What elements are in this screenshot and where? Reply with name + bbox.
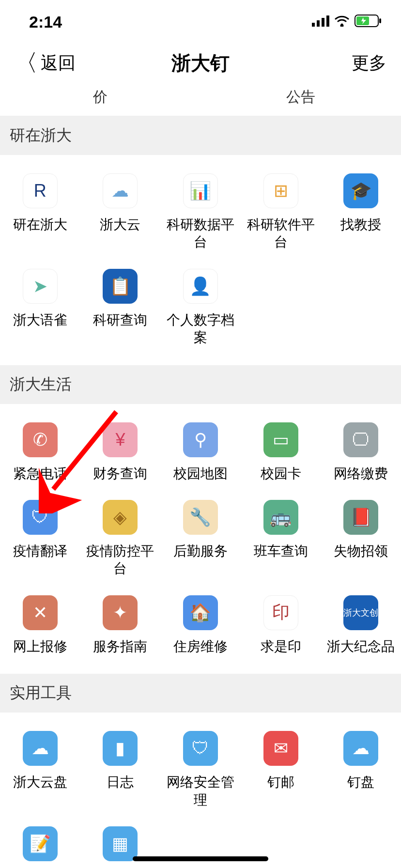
zju-cloud-icon: ☁ (103, 173, 138, 208)
app-item[interactable]: ⚲校园地图 (160, 414, 241, 491)
app-grid: R研在浙大☁浙大云📊科研数据平台⊞科研软件平台🎓找教授➤浙大语雀📋科研查询👤个人… (0, 155, 401, 365)
app-item[interactable]: ⊞科研软件平台 (241, 165, 321, 260)
app-item[interactable]: 🎓找教授 (321, 165, 401, 260)
app-item[interactable]: 🛡疫情翻译 (0, 491, 80, 587)
app-label: 失物招领 (334, 542, 388, 560)
nav-header: 〈 返回 浙大钉 更多 (0, 44, 401, 82)
app-test-icon: ▦ (103, 826, 138, 861)
app-item[interactable]: ✕网上报修 (0, 587, 80, 664)
app-label: 网络缴费 (334, 465, 388, 482)
network-fee-icon: 🖵 (343, 422, 378, 457)
app-item[interactable]: 👤个人数字档案 (160, 260, 241, 356)
app-label: 后勤服务 (173, 542, 228, 560)
logistics-icon: 🔧 (183, 500, 218, 535)
app-label: 紧急电话 (13, 465, 67, 482)
app-item[interactable]: 📝填表助手 (0, 818, 80, 868)
svg-rect-3 (326, 16, 329, 27)
qiushi-seal-icon: 印 (263, 595, 298, 630)
app-item[interactable]: ▮日志 (80, 722, 161, 818)
epidemic-translate-icon: 🛡 (23, 500, 58, 535)
app-item[interactable]: ▭校园卡 (241, 414, 321, 491)
back-button[interactable]: 〈 返回 (15, 51, 76, 75)
app-item[interactable]: ➤浙大语雀 (0, 260, 80, 356)
campus-card-icon: ▭ (263, 422, 298, 457)
app-label: 服务指南 (93, 638, 147, 655)
app-item[interactable]: ☁浙大云 (80, 165, 161, 260)
signal-icon (312, 15, 329, 29)
section-header: 研在浙大 (0, 116, 401, 155)
app-item[interactable]: 浙大文创浙大纪念品 (321, 587, 401, 664)
status-indicators (312, 15, 382, 29)
tab-announcement[interactable]: 公告 (200, 87, 401, 107)
form-assistant-icon: 📝 (23, 826, 58, 861)
ding-disk-icon: ☁ (343, 731, 378, 766)
journal-icon: ▮ (103, 731, 138, 766)
app-item[interactable]: 📊科研数据平台 (160, 165, 241, 260)
svg-rect-1 (317, 20, 320, 27)
app-item[interactable]: 🚌班车查询 (241, 491, 321, 587)
souvenir-icon: 浙大文创 (343, 595, 378, 630)
app-label: 研在浙大 (13, 216, 67, 233)
tabs: 价 公告 (0, 82, 401, 116)
app-item[interactable]: 📋科研查询 (80, 260, 161, 356)
research-zju-icon: R (23, 173, 58, 208)
app-item[interactable]: 🖵网络缴费 (321, 414, 401, 491)
campus-map-icon: ⚲ (183, 422, 218, 457)
online-repair-icon: ✕ (23, 595, 58, 630)
page-title: 浙大钉 (171, 50, 230, 77)
battery-icon (355, 15, 382, 29)
app-label: 校园卡 (261, 465, 301, 482)
chevron-left-icon: 〈 (15, 51, 38, 75)
app-item[interactable]: 🔧后勤服务 (160, 491, 241, 587)
section-header: 浙大生活 (0, 365, 401, 404)
finance-query-icon: ¥ (103, 422, 138, 457)
app-label: 财务查询 (93, 465, 147, 482)
research-software-icon: ⊞ (263, 173, 298, 208)
app-item[interactable]: 🛡网络安全管理 (160, 722, 241, 818)
app-label: 疫情翻译 (13, 542, 67, 560)
home-indicator[interactable] (133, 856, 268, 861)
app-item[interactable]: ✉钉邮 (241, 722, 321, 818)
yuque-icon: ➤ (23, 269, 58, 304)
app-item[interactable]: ☁钉盘 (321, 722, 401, 818)
app-label: 个人数字档案 (162, 311, 239, 347)
wifi-icon (334, 15, 350, 29)
app-label: 疫情防控平台 (82, 542, 159, 578)
back-label: 返回 (41, 51, 76, 75)
app-item[interactable]: 📕失物招领 (321, 491, 401, 587)
app-item[interactable]: ✆紧急电话 (0, 414, 80, 491)
app-label: 科研数据平台 (162, 216, 239, 251)
tab-price[interactable]: 价 (0, 87, 200, 107)
svg-rect-0 (312, 23, 315, 27)
housing-repair-icon: 🏠 (183, 595, 218, 630)
network-security-icon: 🛡 (183, 731, 218, 766)
app-item[interactable]: 印求是印 (241, 587, 321, 664)
app-item[interactable]: ◈疫情防控平台 (80, 491, 161, 587)
find-professor-icon: 🎓 (343, 173, 378, 208)
app-label: 求是印 (261, 638, 301, 655)
emergency-phone-icon: ✆ (23, 422, 58, 457)
app-item[interactable]: 🏠住房维修 (160, 587, 241, 664)
app-label: 浙大语雀 (13, 311, 67, 329)
app-label: 钉邮 (267, 774, 294, 791)
app-label: 浙大云盘 (13, 774, 67, 791)
shuttle-query-icon: 🚌 (263, 500, 298, 535)
status-time: 2:14 (29, 13, 62, 31)
app-label: 找教授 (340, 216, 381, 233)
status-bar: 2:14 (0, 0, 401, 44)
app-grid: ✆紧急电话¥财务查询⚲校园地图▭校园卡🖵网络缴费🛡疫情翻译◈疫情防控平台🔧后勤服… (0, 404, 401, 674)
app-item[interactable]: ☁浙大云盘 (0, 722, 80, 818)
research-query-icon: 📋 (103, 269, 138, 304)
app-item[interactable]: R研在浙大 (0, 165, 80, 260)
more-button[interactable]: 更多 (352, 51, 386, 75)
digital-archive-icon: 👤 (183, 269, 218, 304)
app-label: 网络安全管理 (162, 774, 239, 809)
app-item[interactable]: ¥财务查询 (80, 414, 161, 491)
app-label: 浙大云 (100, 216, 140, 233)
cloud-disk-icon: ☁ (23, 731, 58, 766)
app-label: 科研查询 (93, 311, 147, 329)
svg-point-4 (341, 24, 343, 26)
app-label: 住房维修 (173, 638, 228, 655)
section-header: 实用工具 (0, 674, 401, 713)
app-item[interactable]: ✦服务指南 (80, 587, 161, 664)
